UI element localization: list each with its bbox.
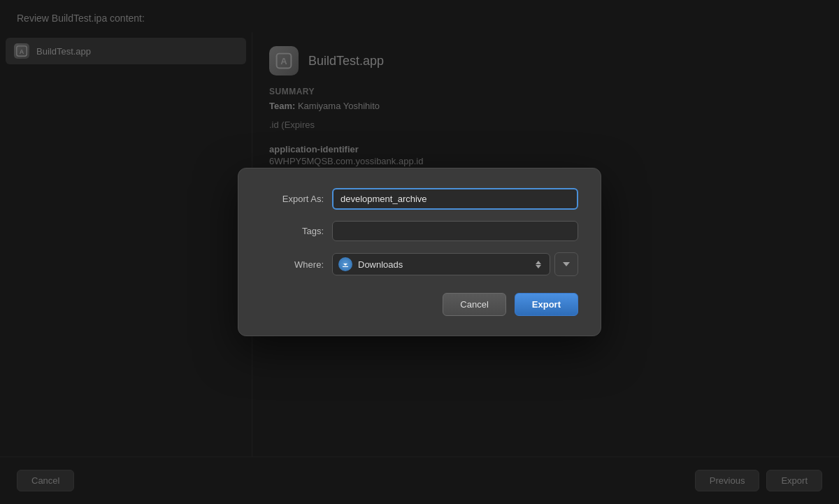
save-dialog: Export As: Tags: Where: <box>238 168 601 336</box>
where-label: Where: <box>261 259 324 270</box>
modal-cancel-button[interactable]: Cancel <box>443 293 505 316</box>
where-container: Downloads <box>332 252 578 276</box>
where-select[interactable]: Downloads <box>332 253 550 275</box>
export-as-row: Export As: <box>261 188 578 210</box>
modal-export-button[interactable]: Export <box>515 293 578 316</box>
where-expand-button[interactable] <box>554 252 578 276</box>
chevron-down-icon <box>563 262 570 266</box>
export-as-input[interactable] <box>332 188 578 210</box>
modal-overlay: Export As: Tags: Where: <box>0 0 839 504</box>
where-stepper-arrows <box>533 259 544 270</box>
export-as-label: Export As: <box>261 194 324 204</box>
modal-buttons: Cancel Export <box>261 293 578 316</box>
tags-label: Tags: <box>261 226 324 236</box>
tags-row: Tags: <box>261 221 578 241</box>
where-arrow-down <box>536 265 541 268</box>
where-value: Downloads <box>358 259 527 270</box>
main-window: Review BuildTest.ipa content: A BuildTes… <box>0 0 839 504</box>
downloads-icon <box>338 257 352 271</box>
where-arrow-up <box>536 261 541 264</box>
where-row: Where: Downloads <box>261 252 578 276</box>
tags-input[interactable] <box>332 221 578 241</box>
